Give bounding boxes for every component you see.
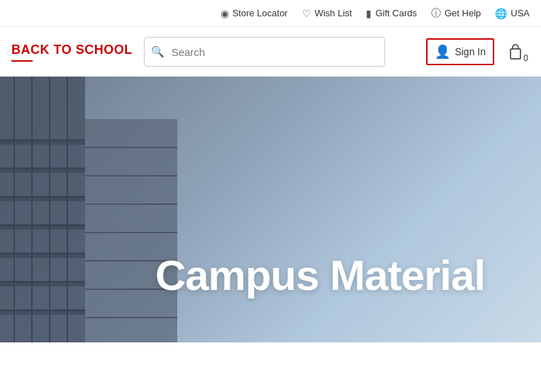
svg-rect-23 [0, 196, 85, 201]
svg-rect-2 [85, 119, 177, 342]
building-illustration [0, 77, 177, 342]
utility-bar: ◉ Store Locator ♡ Wish List ▮ Gift Cards… [0, 0, 541, 27]
gift-icon: ▮ [366, 8, 372, 19]
cart-count: 0 [523, 53, 528, 63]
svg-rect-21 [0, 139, 85, 145]
svg-rect-24 [0, 224, 85, 230]
svg-rect-25 [0, 252, 85, 258]
usa-label: USA [511, 8, 530, 18]
wish-list-link[interactable]: ♡ Wish List [302, 8, 352, 19]
brand-logo[interactable]: BACK TO SCHOOL [11, 43, 133, 62]
get-help-link[interactable]: ⓘ Get Help [431, 7, 481, 20]
svg-rect-26 [0, 281, 85, 286]
cart-button[interactable]: 0 [501, 38, 530, 66]
main-header: BACK TO SCHOOL 🔍 👤 Sign In 0 [0, 27, 541, 77]
header-actions: 👤 Sign In 0 [426, 38, 530, 66]
search-input[interactable] [144, 37, 385, 67]
sign-in-label: Sign In [454, 46, 486, 57]
bag-icon [506, 42, 525, 62]
usa-link[interactable]: 🌐 USA [495, 8, 530, 19]
svg-rect-1 [0, 77, 85, 342]
svg-rect-22 [0, 167, 85, 173]
search-icon: 🔍 [151, 45, 164, 58]
heart-icon: ♡ [302, 8, 311, 19]
get-help-label: Get Help [445, 8, 481, 18]
location-icon: ◉ [221, 8, 229, 19]
search-wrapper: 🔍 [144, 37, 385, 67]
help-icon: ⓘ [431, 7, 441, 20]
gift-cards-link[interactable]: ▮ Gift Cards [366, 8, 417, 19]
svg-rect-0 [511, 49, 520, 59]
globe-icon: 🌐 [495, 8, 507, 19]
svg-rect-27 [0, 309, 85, 315]
store-locator-link[interactable]: ◉ Store Locator [221, 8, 288, 19]
wish-list-label: Wish List [315, 8, 352, 18]
hero-headline: Campus Material [113, 251, 527, 300]
sign-in-button[interactable]: 👤 Sign In [426, 38, 494, 65]
hero-banner: Campus Material [0, 77, 541, 342]
user-icon: 👤 [435, 44, 450, 60]
store-locator-label: Store Locator [233, 8, 288, 18]
gift-cards-label: Gift Cards [375, 8, 417, 18]
